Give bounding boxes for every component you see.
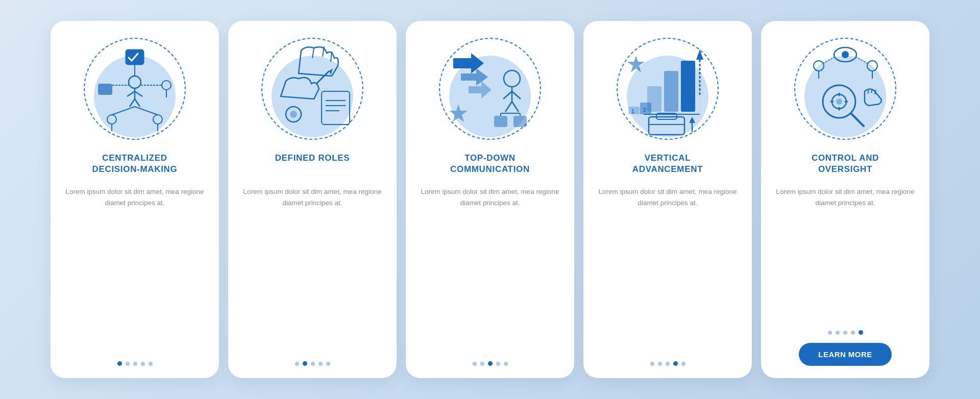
dot-1-5[interactable] xyxy=(149,362,153,366)
card-4-title: VERTICAL ADVANCEMENT xyxy=(632,153,703,178)
svg-line-33 xyxy=(503,91,512,99)
svg-marker-48 xyxy=(627,56,645,72)
svg-rect-42 xyxy=(664,71,678,112)
svg-line-4 xyxy=(135,91,142,96)
svg-marker-53 xyxy=(689,117,695,123)
dot-4-2[interactable] xyxy=(658,362,662,366)
card-3-desc: Lorem ipsum dolor sit dim amet, mea regi… xyxy=(418,186,562,352)
dot-3-2[interactable] xyxy=(480,362,484,366)
cards-container: CENTRALIZED DECISION-MAKING Lorem ipsum … xyxy=(30,6,950,393)
card-1-desc: Lorem ipsum dolor sit dim amet, mea regi… xyxy=(63,186,207,352)
svg-line-65 xyxy=(824,57,835,63)
svg-point-20 xyxy=(290,111,297,118)
dot-5-5[interactable] xyxy=(859,330,863,335)
svg-line-77 xyxy=(875,90,876,94)
dot-2-2[interactable] xyxy=(303,361,307,366)
dot-2-3[interactable] xyxy=(311,362,315,366)
svg-marker-47 xyxy=(696,49,703,60)
dot-4-3[interactable] xyxy=(666,362,670,366)
svg-rect-7 xyxy=(98,84,112,95)
card-4-illustration: 1 2 xyxy=(614,35,721,142)
card-2-title: DEFINED ROLES xyxy=(275,153,350,178)
svg-line-3 xyxy=(127,91,135,96)
svg-line-17 xyxy=(112,107,135,115)
svg-line-6 xyxy=(135,99,140,107)
card-2-illustration xyxy=(259,35,366,142)
svg-line-68 xyxy=(851,114,864,126)
dot-1-3[interactable] xyxy=(133,362,137,366)
card-1-dots xyxy=(117,361,153,366)
card-centralized-decision-making: CENTRALIZED DECISION-MAKING Lorem ipsum … xyxy=(51,21,219,378)
dot-4-1[interactable] xyxy=(650,362,654,366)
svg-point-31 xyxy=(504,70,520,87)
svg-line-36 xyxy=(512,102,519,112)
card-4-dots xyxy=(650,361,685,366)
svg-rect-21 xyxy=(322,91,350,124)
svg-point-61 xyxy=(814,61,824,71)
dot-2-1[interactable] xyxy=(295,362,299,366)
svg-point-63 xyxy=(867,61,877,71)
dot-5-3[interactable] xyxy=(843,331,847,335)
dot-1-2[interactable] xyxy=(126,362,130,366)
learn-more-button[interactable]: LEARN MORE xyxy=(799,343,891,366)
svg-line-66 xyxy=(855,57,867,63)
card-5-dots xyxy=(828,330,863,335)
svg-line-5 xyxy=(130,99,135,107)
card-1-illustration xyxy=(81,35,188,142)
card-defined-roles: DEFINED ROLES Lorem ipsum dolor sit dim … xyxy=(228,21,397,378)
svg-marker-30 xyxy=(449,104,468,122)
card-5-title: CONTROL AND OVERSIGHT xyxy=(812,153,879,178)
card-vertical-advancement: 1 2 VERTICAL ADVANCEMENT Lorem ipsum dol… xyxy=(583,21,752,378)
dot-3-5[interactable] xyxy=(504,362,508,366)
dot-4-4[interactable] xyxy=(673,361,678,366)
dot-2-5[interactable] xyxy=(326,362,330,366)
svg-text:1: 1 xyxy=(631,109,634,114)
svg-line-75 xyxy=(868,90,869,94)
vertical-advancement-icon: 1 2 xyxy=(621,40,715,137)
svg-marker-27 xyxy=(453,53,484,73)
dot-5-4[interactable] xyxy=(851,331,855,335)
card-1-title: CENTRALIZED DECISION-MAKING xyxy=(92,153,178,178)
dot-1-4[interactable] xyxy=(141,362,145,366)
dot-5-2[interactable] xyxy=(836,331,840,335)
card-3-illustration xyxy=(436,35,544,142)
defined-roles-icon xyxy=(265,40,360,137)
dot-2-4[interactable] xyxy=(318,362,323,366)
svg-point-12 xyxy=(153,115,162,124)
dot-4-5[interactable] xyxy=(681,362,685,366)
svg-marker-29 xyxy=(469,81,492,98)
svg-point-10 xyxy=(107,115,116,124)
card-4-desc: Lorem ipsum dolor sit dim amet, mea regi… xyxy=(596,186,740,352)
svg-rect-38 xyxy=(513,116,527,127)
card-5-desc: Lorem ipsum dolor sit dim amet, mea regi… xyxy=(773,186,917,321)
svg-rect-37 xyxy=(494,116,507,127)
dot-3-1[interactable] xyxy=(473,362,477,366)
svg-marker-28 xyxy=(461,68,488,86)
centralized-decision-icon xyxy=(89,40,181,137)
dot-3-4[interactable] xyxy=(496,362,500,366)
svg-point-8 xyxy=(162,81,171,90)
card-2-desc: Lorem ipsum dolor sit dim amet, mea regi… xyxy=(240,186,384,352)
svg-point-60 xyxy=(842,51,849,58)
svg-rect-43 xyxy=(681,61,695,112)
dot-3-3[interactable] xyxy=(488,361,493,366)
card-top-down-communication: TOP-DOWN COMMUNICATION Lorem ipsum dolor… xyxy=(406,21,574,378)
card-5-illustration xyxy=(792,35,899,142)
card-control-and-oversight: CONTROL AND OVERSIGHT Lorem ipsum dolor … xyxy=(761,21,929,378)
svg-point-1 xyxy=(129,76,141,88)
svg-point-70 xyxy=(836,98,842,105)
dot-5-1[interactable] xyxy=(828,331,832,335)
svg-line-35 xyxy=(505,102,512,112)
svg-line-34 xyxy=(512,91,521,99)
card-2-dots xyxy=(295,361,330,366)
control-oversight-icon xyxy=(798,40,893,137)
card-3-dots xyxy=(473,361,508,366)
top-down-comm-icon xyxy=(443,40,537,137)
svg-text:2: 2 xyxy=(643,107,646,113)
card-3-title: TOP-DOWN COMMUNICATION xyxy=(450,153,530,178)
svg-line-25 xyxy=(316,71,329,84)
svg-line-18 xyxy=(135,107,158,115)
dot-1-1[interactable] xyxy=(117,361,122,366)
